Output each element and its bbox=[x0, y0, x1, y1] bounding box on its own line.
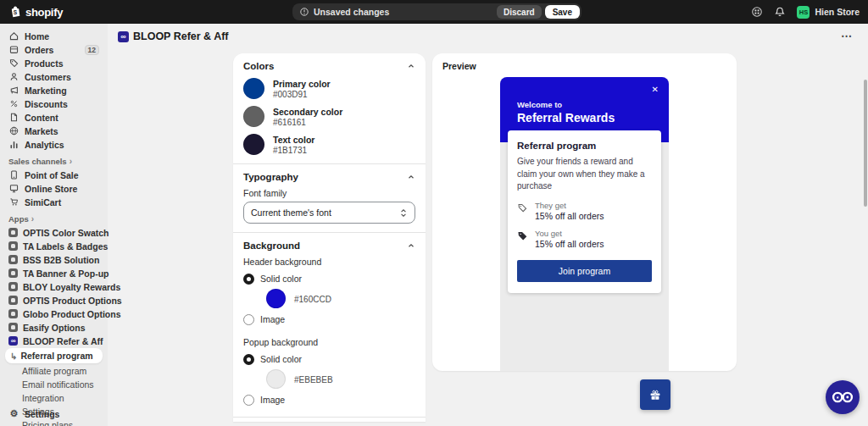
sidebar-item-orders[interactable]: Orders 12 bbox=[3, 43, 104, 56]
chevron-up-icon bbox=[407, 173, 415, 181]
popup-bg-solid-radio[interactable]: Solid color bbox=[243, 351, 415, 368]
swatch-label: Secondary color bbox=[273, 107, 342, 117]
text-color-picker[interactable]: Text color#1B1731 bbox=[243, 134, 415, 155]
secondary-color-swatch[interactable] bbox=[243, 106, 264, 127]
sidebar-item-label: Analytics bbox=[25, 140, 64, 150]
radio-unselected[interactable] bbox=[243, 395, 254, 406]
sidebar-app-optis-product-options[interactable]: OPTIS Product Options bbox=[3, 294, 104, 307]
shopify-logo[interactable]: S shopify bbox=[8, 5, 63, 19]
sidebar-app-easify-options[interactable]: Easify Options bbox=[3, 321, 104, 334]
sidebar-item-marketing[interactable]: Marketing bbox=[3, 84, 104, 97]
sidebar-item-label: Easify Options bbox=[23, 323, 86, 333]
secondary-color-picker[interactable]: Secondary color#616161 bbox=[243, 106, 415, 127]
popup-card-title: Referral program bbox=[517, 141, 652, 151]
popup-bg-color-swatch[interactable] bbox=[266, 369, 286, 389]
sidebar-item-discounts[interactable]: Discounts bbox=[3, 97, 104, 110]
sidebar-item-settings[interactable]: ⚙ Settings bbox=[3, 407, 104, 420]
sidebar-subitem-affiliate-program[interactable]: Affiliate program bbox=[5, 364, 103, 377]
sidebar-item-point-of-sale[interactable]: Point of Sale bbox=[3, 169, 104, 181]
sidebar-item-label: Products bbox=[25, 58, 64, 69]
unsaved-changes-label: Unsaved changes bbox=[314, 7, 389, 17]
sidebar-item-online-store[interactable]: Online Store bbox=[3, 182, 104, 195]
join-program-button[interactable]: Join program bbox=[517, 260, 652, 282]
font-family-value: Current theme's font bbox=[251, 207, 331, 218]
sidebar-subitem-referral-program[interactable]: ↳ Referral program bbox=[5, 348, 103, 363]
primary-color-picker[interactable]: Primary color#003D91 bbox=[243, 78, 415, 99]
sales-channels-header[interactable]: Sales channels › bbox=[0, 157, 108, 166]
sidebar-item-customers[interactable]: Customers bbox=[3, 70, 104, 83]
sidebar-app-ta-labels[interactable]: TA Labels & Badges bbox=[3, 240, 104, 252]
bloop-logo-button[interactable] bbox=[826, 380, 860, 414]
avatar: HS bbox=[797, 6, 810, 19]
sidebar-app-bloop-refer-aff[interactable]: ∞BLOOP Refer & Aff bbox=[3, 335, 104, 347]
header-bg-image-radio[interactable]: Image bbox=[243, 311, 415, 328]
apps-header[interactable]: Apps › bbox=[0, 214, 108, 224]
popup-bg-image-radio[interactable]: Image bbox=[243, 391, 415, 408]
header-bg-color-swatch[interactable] bbox=[266, 289, 286, 308]
close-icon[interactable]: ✕ bbox=[652, 85, 659, 94]
bar-chart-icon bbox=[8, 139, 19, 150]
unsaved-changes-bar: Unsaved changes Discard Save bbox=[292, 3, 581, 20]
font-family-select[interactable]: Current theme's font bbox=[243, 202, 415, 224]
typography-section-header[interactable]: Typography bbox=[243, 172, 415, 182]
sidebar-item-home[interactable]: Home bbox=[3, 30, 104, 42]
sales-channels-label: Sales channels bbox=[8, 157, 67, 166]
sidebar-subitem-email-notifications[interactable]: Email notifications bbox=[5, 378, 103, 390]
save-button[interactable]: Save bbox=[545, 5, 580, 19]
account-menu[interactable]: HS Hien Store bbox=[797, 6, 860, 19]
sidebar-item-label: Customers bbox=[25, 72, 71, 82]
person-icon bbox=[8, 71, 19, 82]
sidebar-item-analytics[interactable]: Analytics bbox=[3, 138, 104, 151]
radio-selected[interactable] bbox=[243, 354, 254, 365]
settings-panel: Colors Primary color#003D91 Secondary co… bbox=[233, 53, 426, 422]
bell-icon[interactable] bbox=[774, 6, 786, 18]
app-icon bbox=[8, 282, 18, 291]
app-icon bbox=[8, 309, 18, 318]
header-bg-solid-radio[interactable]: Solid color bbox=[243, 270, 415, 287]
chevron-up-icon bbox=[407, 62, 415, 70]
background-section-header[interactable]: Background bbox=[243, 241, 415, 251]
chevron-right-icon: › bbox=[31, 214, 34, 224]
sidebar-app-globo-product-options[interactable]: Globo Product Options bbox=[3, 307, 104, 320]
header-bg-color-picker[interactable]: #160CCD bbox=[266, 289, 415, 308]
popup-heading: Referral Rewards bbox=[517, 111, 669, 124]
apps-icon[interactable] bbox=[751, 6, 763, 18]
sidebar: Home Orders 12 Products Customers Market… bbox=[0, 24, 108, 426]
sidebar-item-products[interactable]: Products bbox=[3, 57, 104, 69]
primary-color-swatch[interactable] bbox=[243, 78, 264, 99]
swatch-hex: #616161 bbox=[273, 118, 342, 127]
referral-widget-launcher[interactable] bbox=[640, 379, 670, 410]
sidebar-app-bss-b2b[interactable]: BSS B2B Solution bbox=[3, 253, 104, 266]
tag-icon bbox=[8, 58, 19, 69]
sidebar-subitem-integration[interactable]: Integration bbox=[5, 391, 103, 404]
reward-what: 15% off all orders bbox=[535, 211, 604, 221]
more-actions-button[interactable]: ⋯ bbox=[841, 32, 853, 41]
sidebar-item-simicart[interactable]: SimiCart bbox=[3, 196, 104, 208]
popup-bg-color-picker[interactable]: #EBEBEB bbox=[266, 369, 415, 389]
radio-unselected[interactable] bbox=[243, 314, 254, 325]
swatch-label: Primary color bbox=[273, 79, 331, 89]
text-color-swatch[interactable] bbox=[243, 134, 264, 155]
sidebar-item-content[interactable]: Content bbox=[3, 111, 104, 124]
alert-circle-icon bbox=[299, 7, 309, 17]
infinity-app-icon: ∞ bbox=[8, 336, 18, 346]
border-section: Border Popup border Square Rounde bbox=[233, 417, 426, 422]
section-title: Background bbox=[243, 241, 300, 251]
sidebar-app-ta-banner[interactable]: TA Banner & Pop-up bbox=[3, 267, 104, 279]
sidebar-app-optis-color-swatch[interactable]: OPTIS Color Swatch bbox=[3, 226, 104, 239]
sidebar-app-bloy-loyalty[interactable]: BLOY Loyalty Rewards bbox=[3, 280, 104, 293]
sidebar-item-label: Marketing bbox=[25, 86, 67, 96]
sidebar-item-label: Point of Sale bbox=[25, 170, 79, 180]
bloop-app-icon: ∞ bbox=[118, 31, 129, 42]
sidebar-item-markets[interactable]: Markets bbox=[3, 124, 104, 137]
colors-section-header[interactable]: Colors bbox=[243, 61, 415, 71]
subitem-arrow-icon: ↳ bbox=[10, 351, 17, 361]
discard-button[interactable]: Discard bbox=[497, 5, 542, 19]
page-scrollbar[interactable] bbox=[864, 80, 867, 207]
app-root: S shopify Unsaved changes Discard Save H… bbox=[0, 0, 868, 426]
radio-selected[interactable] bbox=[243, 274, 254, 285]
monitor-icon bbox=[8, 183, 19, 194]
font-family-label: Font family bbox=[243, 188, 415, 198]
sidebar-item-label: Discounts bbox=[25, 99, 68, 109]
section-title: Colors bbox=[243, 61, 274, 71]
